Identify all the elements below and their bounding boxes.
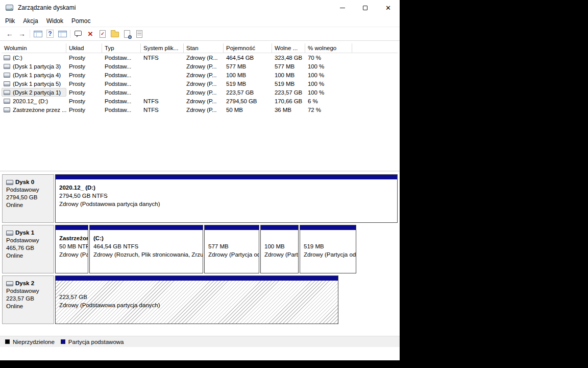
close-button[interactable]: ✕	[377, 0, 400, 15]
window-bottom-strip	[0, 347, 400, 360]
cell-capacity: 100 MB	[224, 72, 272, 78]
disk-management-window: Zarządzanie dyskami ✕ Plik Akcja Widok P…	[0, 0, 400, 360]
disk-status: Online	[6, 303, 54, 310]
partition-text: 223,57 GB Zdrowy (Podstawowa partycja da…	[56, 281, 338, 324]
console-tree-button[interactable]	[32, 28, 44, 39]
partition[interactable]: Zastrzeżone 50 MB NTFS Zdrowy (Partycja …	[55, 225, 88, 273]
cell-layout: Prosty	[66, 81, 102, 87]
delete-x-icon: ✕	[88, 30, 93, 38]
volume-icon	[4, 81, 10, 86]
cell-type: Podstaw...	[102, 81, 141, 87]
legend-item-primary-partition: Partycja podstawowa	[61, 339, 124, 345]
disk-management-app-icon	[6, 5, 13, 11]
volume-row[interactable]: (C:) Prosty Podstaw... NTFS Zdrowy (R...…	[2, 53, 398, 62]
cell-free: 519 MB	[272, 81, 305, 87]
cell-free: 100 MB	[272, 72, 305, 78]
partition-name: (C:)	[93, 234, 203, 242]
disk-graph-pane: Dysk 0 Podstawowy 2794,50 GB Online 2020…	[0, 172, 400, 336]
volume-icon	[4, 73, 10, 78]
cell-filesystem: NTFS	[141, 107, 184, 113]
disk-header[interactable]: Dysk 0 Podstawowy 2794,50 GB Online	[2, 174, 54, 223]
partition-text: 519 MB Zdrowy (Partycja odzyskiwania)	[300, 230, 356, 273]
back-arrow-icon: ←	[6, 30, 13, 38]
cell-free-percent: 70 %	[305, 55, 352, 61]
menu-item-plik[interactable]: Plik	[1, 16, 19, 26]
cell-type: Podstaw...	[102, 55, 141, 61]
volume-icon	[4, 99, 10, 104]
column-header-procent-wolnego[interactable]: % wolnego	[305, 43, 352, 53]
explore-button[interactable]	[121, 28, 133, 39]
column-header-system-plikow[interactable]: System plik...	[141, 43, 184, 53]
disk-partitions: Zastrzeżone 50 MB NTFS Zdrowy (Partycja …	[55, 225, 356, 273]
partition-selected[interactable]: 223,57 GB Zdrowy (Podstawowa partycja da…	[55, 275, 338, 324]
cell-status: Zdrowy (P...	[184, 63, 224, 70]
volume-row-selected[interactable]: (Dysk 2 partycja 1) Prosty Podstaw... Zd…	[2, 88, 398, 97]
legend: Nieprzydzielone Partycja podstawowa	[0, 336, 400, 347]
cell-volume: 2020.12_ (D:)	[2, 97, 66, 105]
partition-info: 519 MB	[304, 242, 356, 250]
column-header-wolne[interactable]: Wolne ...	[272, 43, 305, 53]
cell-free: 577 MB	[272, 63, 305, 70]
cell-filesystem: NTFS	[141, 98, 184, 104]
cell-status: Zdrowy (P...	[184, 81, 224, 87]
minimize-button[interactable]	[331, 0, 354, 15]
cell-layout: Prosty	[66, 63, 102, 70]
toolbar-separator	[70, 30, 70, 38]
volume-row[interactable]: 2020.12_ (D:) Prosty Podstaw... NTFS Zdr…	[2, 97, 398, 105]
partition-color-bar	[56, 175, 397, 179]
partition[interactable]: 2020.12_ (D:) 2794,50 GB NTFS Zdrowy (Po…	[55, 174, 398, 223]
menu-item-akcja[interactable]: Akcja	[19, 16, 42, 26]
disk-name: Dysk 0	[15, 178, 34, 186]
cell-status: Zdrowy (P...	[184, 89, 224, 96]
column-header-stan[interactable]: Stan	[184, 43, 224, 53]
volume-row[interactable]: (Dysk 1 partycja 4) Prosty Podstaw... Zd…	[2, 71, 398, 79]
folder-icon	[111, 32, 119, 37]
mark-active-button[interactable]: ✓	[96, 28, 109, 39]
back-button[interactable]: ←	[4, 28, 16, 39]
volume-row[interactable]: (Dysk 1 partycja 5) Prosty Podstaw... Zd…	[2, 79, 398, 88]
disk-header[interactable]: Dysk 1 Podstawowy 465,76 GB Online	[2, 225, 54, 273]
partition-name: 2020.12_ (D:)	[59, 183, 397, 192]
cell-free-percent: 6 %	[305, 98, 352, 104]
forward-button[interactable]: →	[16, 28, 28, 39]
cell-capacity: 2794,50 GB	[224, 98, 272, 104]
help-button[interactable]: ?	[44, 28, 56, 39]
volume-row[interactable]: Zastrzeżone przez ... Prosty Podstaw... …	[2, 105, 398, 114]
partition[interactable]: 100 MB Zdrowy (Partycja systemowa EFI)	[260, 225, 299, 273]
properties-button[interactable]	[133, 28, 145, 39]
volume-list: Wolumin Układ Typ System plik... Stan Po…	[0, 41, 400, 171]
menu-item-pomoc[interactable]: Pomoc	[67, 16, 94, 26]
disk-name: Dysk 2	[15, 280, 34, 287]
volume-row[interactable]: (Dysk 1 partycja 3) Prosty Podstaw... Zd…	[2, 62, 398, 71]
partition[interactable]: (C:) 464,54 GB NTFS Zdrowy (Rozruch, Pli…	[89, 225, 203, 273]
menu-item-widok[interactable]: Widok	[42, 16, 67, 26]
maximize-button[interactable]	[354, 0, 377, 15]
volume-list-header: Wolumin Układ Typ System plik... Stan Po…	[2, 43, 398, 53]
column-header-pojemnosc[interactable]: Pojemność	[224, 43, 272, 53]
open-button[interactable]	[109, 28, 121, 39]
delete-volume-button[interactable]: ✕	[84, 28, 96, 39]
partition-info: 2794,50 GB NTFS	[59, 192, 397, 200]
column-header-uklad[interactable]: Układ	[66, 43, 102, 53]
disk-header[interactable]: Dysk 2 Podstawowy 223,57 GB Online	[2, 275, 54, 324]
disk-kind: Podstawowy	[6, 287, 54, 295]
window-controls: ✕	[331, 0, 400, 15]
partition-info: 100 MB	[264, 242, 298, 250]
help-icon: ?	[46, 30, 54, 38]
column-header-filler	[352, 43, 398, 53]
partition-status: Zdrowy (Podstawowa partycja danych)	[59, 301, 338, 309]
cell-free-percent: 72 %	[305, 107, 352, 113]
cell-filesystem: NTFS	[141, 55, 184, 61]
window-title: Zarządzanie dyskami	[18, 4, 76, 11]
partition[interactable]: 577 MB Zdrowy (Partycja odzyskiwania)	[204, 225, 259, 273]
cell-status: Zdrowy (P...	[184, 107, 224, 113]
column-header-wolumin[interactable]: Wolumin	[2, 43, 66, 53]
partition-info: 223,57 GB	[59, 293, 338, 301]
cell-volume: (Dysk 2 partycja 1)	[2, 88, 66, 97]
partition-text: Zastrzeżone 50 MB NTFS Zdrowy (Partycja …	[56, 230, 88, 273]
legend-swatch-primary-partition	[61, 339, 65, 344]
partition[interactable]: 519 MB Zdrowy (Partycja odzyskiwania)	[300, 225, 356, 273]
column-header-typ[interactable]: Typ	[102, 43, 141, 53]
comment-button[interactable]	[72, 28, 84, 39]
action-pane-button[interactable]	[56, 28, 68, 39]
